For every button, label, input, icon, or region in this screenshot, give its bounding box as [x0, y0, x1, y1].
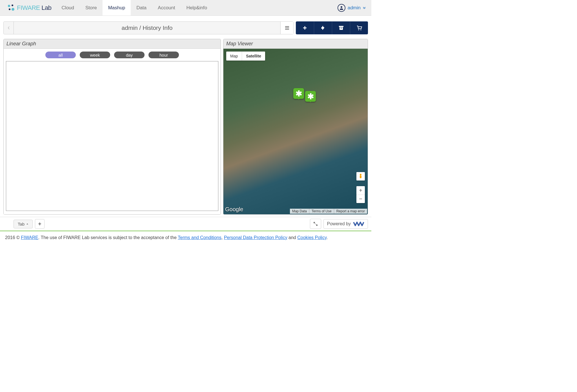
brand-logo[interactable]: FIWARE Lab [0, 0, 56, 15]
zoom-control: + − [356, 186, 365, 203]
caret-up-icon [26, 223, 28, 225]
svg-rect-6 [339, 27, 343, 30]
svg-point-4 [341, 6, 342, 8]
map-type-control: Map Satellite [226, 52, 265, 61]
nav-mashup[interactable]: Mashup [103, 0, 131, 15]
expand-icon [313, 222, 318, 226]
plus-icon [303, 26, 307, 30]
graph-canvas[interactable] [6, 61, 218, 211]
graph-body: all week day hour [4, 49, 221, 214]
add-button[interactable] [296, 21, 314, 34]
map-canvas[interactable]: Map Satellite ✱ ✱ + − Google Map Data Te… [223, 49, 368, 214]
svg-rect-11 [360, 175, 361, 178]
powered-by-box[interactable]: Powered by [323, 219, 368, 229]
map-marker[interactable]: ✱ [293, 88, 304, 99]
svg-point-3 [12, 8, 14, 11]
add-tab-button[interactable] [35, 219, 45, 229]
bottom-bar: Tab Powered by [0, 217, 371, 231]
svg-point-10 [360, 174, 361, 175]
panel-title: Map Viewer [223, 39, 368, 49]
svg-rect-7 [341, 28, 342, 28]
map-provider-badge: Google [225, 206, 243, 213]
archive-button[interactable] [332, 21, 350, 34]
time-filter-group: all week day hour [4, 49, 221, 61]
puzzle-icon [321, 25, 326, 30]
svg-rect-5 [339, 26, 343, 27]
breadcrumb-title: admin / History Info [14, 22, 280, 34]
pegman-icon [359, 173, 363, 179]
filter-week[interactable]: week [80, 52, 110, 58]
nav-helpinfo[interactable]: Help&info [181, 0, 213, 15]
zoom-in-button[interactable]: + [356, 186, 365, 195]
footer-link-terms[interactable]: Terms and Conditions [178, 235, 221, 240]
breadcrumb-menu-button[interactable] [280, 22, 293, 34]
chevron-down-icon [363, 5, 366, 11]
action-bar [296, 21, 368, 34]
map-type-satellite[interactable]: Satellite [242, 52, 265, 61]
hamburger-icon [285, 26, 289, 30]
linear-graph-panel: Linear Graph all week day hour [3, 39, 221, 215]
svg-point-2 [9, 8, 10, 10]
map-link-terms[interactable]: Terms of Use [309, 209, 334, 214]
filter-hour[interactable]: hour [148, 52, 179, 58]
toolbar: admin / History Info [0, 16, 371, 37]
filter-day[interactable]: day [114, 52, 145, 58]
plus-icon [38, 222, 41, 226]
user-icon [338, 4, 345, 12]
zoom-out-button[interactable]: − [356, 195, 365, 203]
nav-store[interactable]: Store [80, 0, 103, 15]
map-type-map[interactable]: Map [226, 52, 242, 61]
tab-button[interactable]: Tab [14, 220, 33, 228]
breadcrumb-back-button[interactable] [4, 22, 14, 34]
cart-button[interactable] [350, 21, 368, 34]
panel-title: Linear Graph [4, 39, 221, 49]
components-button[interactable] [314, 21, 332, 34]
svg-point-0 [8, 5, 10, 7]
nav-cloud[interactable]: Cloud [56, 0, 80, 15]
svg-point-9 [360, 30, 361, 30]
page-footer: 2016 © FIWARE. The use of FIWARE Lab ser… [0, 231, 371, 244]
wirecloud-logo-icon [353, 221, 364, 227]
footer-link-cookies[interactable]: Cookies Policy [297, 235, 327, 240]
footer-link-privacy[interactable]: Personal Data Protection Policy [224, 235, 287, 240]
map-link-report[interactable]: Report a map error [334, 209, 367, 214]
top-navigation: FIWARE Lab Cloud Store Mashup Data Accou… [0, 0, 371, 16]
map-footer-links: Map Data Terms of Use Report a map error [290, 209, 367, 214]
user-menu[interactable]: admin [332, 0, 371, 15]
footer-link-fiware[interactable]: FIWARE [21, 235, 38, 240]
workspace-panels: Linear Graph all week day hour Map Viewe… [0, 37, 371, 217]
brand-text: FIWARE Lab [17, 4, 52, 12]
svg-point-1 [12, 5, 13, 6]
svg-point-8 [358, 30, 359, 30]
cart-icon [356, 25, 362, 30]
archive-icon [339, 26, 344, 30]
map-marker[interactable]: ✱ [305, 91, 316, 102]
fullscreen-button[interactable] [310, 219, 321, 229]
nav-account[interactable]: Account [152, 0, 181, 15]
nav-data[interactable]: Data [131, 0, 152, 15]
filter-all[interactable]: all [45, 52, 76, 58]
map-viewer-panel: Map Viewer Map Satellite ✱ ✱ + − Google … [223, 39, 368, 215]
logo-icon [7, 4, 15, 12]
breadcrumb-bar: admin / History Info [3, 21, 294, 34]
map-link-data[interactable]: Map Data [290, 209, 309, 214]
streetview-pegman[interactable] [356, 172, 365, 181]
user-name: admin [348, 5, 361, 11]
